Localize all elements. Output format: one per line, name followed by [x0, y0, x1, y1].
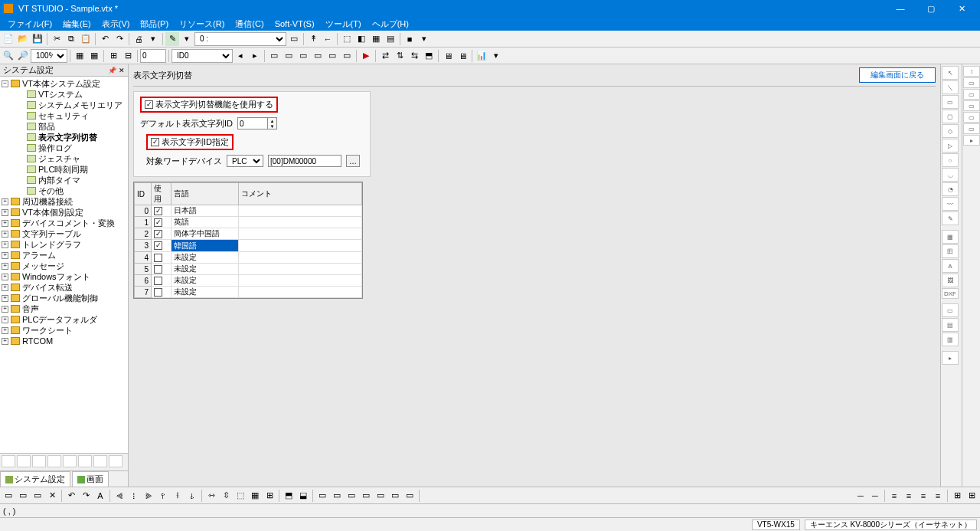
menu-softvt[interactable]: Soft-VT(S): [270, 18, 319, 29]
tree-folder[interactable]: +PLCデータフォルダ: [0, 314, 128, 325]
rt-poly-icon[interactable]: ◇: [942, 124, 959, 138]
bb-al-l-icon[interactable]: ⫷: [113, 489, 126, 503]
tab-system[interactable]: システム設定: [0, 471, 70, 487]
grid-row[interactable]: 6未設定: [135, 275, 362, 287]
tree-item[interactable]: その他: [0, 185, 128, 196]
rt-curve-icon[interactable]: 〰: [942, 197, 959, 211]
bb-z4-icon[interactable]: ≡: [931, 489, 945, 503]
tree[interactable]: − VT本体システム設定 VTシステムシステムメモリエリアセキュリティ部品表示文…: [0, 77, 128, 453]
redo-icon[interactable]: ↷: [113, 32, 126, 46]
row-use-checkbox[interactable]: [154, 277, 162, 285]
rt2-e-icon[interactable]: ▭: [963, 112, 980, 123]
tree-item[interactable]: 表示文字列切替: [0, 132, 128, 143]
bb-x6-icon[interactable]: ▭: [388, 489, 402, 503]
rt2-b-icon[interactable]: ▭: [963, 77, 980, 88]
spin-input[interactable]: [140, 49, 166, 63]
bb-6-icon[interactable]: ↷: [79, 489, 93, 503]
rt2-c-icon[interactable]: ▭: [963, 89, 980, 100]
nav-back-icon[interactable]: ←: [321, 32, 335, 46]
rt-tri-icon[interactable]: ▷: [942, 139, 959, 152]
rt-arc-icon[interactable]: ◡: [942, 168, 959, 182]
bb-2-icon[interactable]: ▭: [16, 489, 30, 503]
row-use-checkbox[interactable]: [154, 218, 162, 227]
paste-icon[interactable]: 📋: [79, 32, 93, 46]
sb-del-icon[interactable]: [47, 455, 61, 467]
tool-d-icon[interactable]: ▤: [384, 32, 397, 46]
bb-x4-icon[interactable]: ▭: [359, 489, 373, 503]
bb-al-m-icon[interactable]: ⫲: [171, 489, 185, 503]
rt-free-icon[interactable]: ✎: [942, 211, 959, 225]
print-icon[interactable]: 🖨: [132, 32, 145, 46]
grid-row[interactable]: 7未設定: [135, 287, 362, 298]
device-input[interactable]: [268, 155, 341, 167]
rt-pointer-icon[interactable]: ↖: [942, 66, 959, 80]
rt-g2-icon[interactable]: ▤: [942, 318, 959, 332]
bb-sz-icon[interactable]: ⬚: [234, 489, 247, 503]
bb-x5-icon[interactable]: ▭: [374, 489, 387, 503]
sb-paste-icon[interactable]: [32, 455, 46, 467]
rt2-a-icon[interactable]: ↕: [963, 66, 980, 77]
menu-parts[interactable]: 部品(P): [136, 18, 173, 31]
color-dd-icon[interactable]: ▾: [417, 32, 431, 46]
bb-x1-icon[interactable]: ▭: [315, 489, 329, 503]
xfer-a-icon[interactable]: ⇄: [378, 49, 392, 63]
bb-x3-icon[interactable]: ▭: [345, 489, 358, 503]
tree-item[interactable]: 部品: [0, 121, 128, 132]
xfer-b-icon[interactable]: ⇅: [393, 49, 407, 63]
tree-folder[interactable]: +文字列テーブル: [0, 228, 128, 239]
t2-f-icon[interactable]: ▭: [340, 49, 354, 63]
pin-icon[interactable]: 📌 ✕: [108, 67, 125, 74]
rt-text-icon[interactable]: A: [942, 259, 959, 273]
new-icon[interactable]: 📄: [2, 32, 15, 46]
tree-folder[interactable]: +デバイスコメント・変換: [0, 218, 128, 228]
rt-line-icon[interactable]: ＼: [942, 80, 959, 94]
tree-folder[interactable]: +RTCOM: [0, 336, 128, 346]
sb-cut-icon[interactable]: [2, 455, 15, 467]
bb-5-icon[interactable]: ↶: [64, 489, 78, 503]
zoom-in-icon[interactable]: 🔍: [2, 49, 15, 63]
print-dd-icon[interactable]: ▾: [146, 32, 160, 46]
plc-select[interactable]: PLC: [227, 155, 263, 167]
menu-help[interactable]: ヘルプ(H): [368, 18, 413, 31]
bb-y2-icon[interactable]: ─: [868, 489, 882, 503]
bb-dist-h-icon[interactable]: ⇿: [204, 489, 218, 503]
mon-b-icon[interactable]: 🖥: [456, 49, 469, 63]
menu-file[interactable]: ファイル(F): [3, 18, 57, 31]
tree-root[interactable]: − VT本体システム設定: [0, 78, 128, 89]
tree-folder[interactable]: +VT本体個別設定: [0, 207, 128, 218]
edit-icon[interactable]: ✎: [165, 32, 179, 46]
rt2-f-icon[interactable]: ▭: [963, 123, 980, 134]
zoom-combo[interactable]: 100%: [31, 49, 67, 63]
tree-folder[interactable]: +デバイス転送: [0, 282, 128, 293]
bb-al-b-icon[interactable]: ⫰: [185, 489, 199, 503]
menu-tool[interactable]: ツール(T): [321, 18, 366, 31]
tree-folder[interactable]: +Windowsフォント: [0, 271, 128, 282]
tree-item[interactable]: ジェスチャ: [0, 153, 128, 164]
tree-folder[interactable]: +音声: [0, 303, 128, 314]
open-icon[interactable]: 📂: [16, 32, 30, 46]
bb-w2-icon[interactable]: ⊞: [965, 489, 978, 503]
tree-item[interactable]: PLC時刻同期: [0, 164, 128, 175]
bb-w1-icon[interactable]: ⊞: [950, 489, 964, 503]
grid-b-icon[interactable]: ▦: [87, 49, 101, 63]
tool-a-icon[interactable]: ⬚: [340, 32, 354, 46]
copy-icon[interactable]: ⧉: [64, 32, 78, 46]
bb-z2-icon[interactable]: ≡: [902, 489, 916, 503]
bb-x7-icon[interactable]: ▭: [403, 489, 416, 503]
id-combo[interactable]: ID0: [172, 49, 233, 63]
rt-more-icon[interactable]: ▸: [942, 351, 959, 365]
t2-d-icon[interactable]: ▭: [311, 49, 325, 63]
grid-row[interactable]: 2簡体字中国語: [135, 228, 362, 240]
sb-g-icon[interactable]: [93, 455, 107, 467]
tree-item[interactable]: VTシステム: [0, 89, 128, 100]
tree-folder[interactable]: +メッセージ: [0, 261, 128, 271]
undo-icon[interactable]: ↶: [98, 32, 112, 46]
grid-row[interactable]: 0日本語: [135, 205, 362, 217]
tree-folder[interactable]: +トレンドグラフ: [0, 239, 128, 250]
row-use-checkbox[interactable]: [154, 207, 162, 215]
bb-1-icon[interactable]: ▭: [2, 489, 15, 503]
tool-b-icon[interactable]: ◧: [354, 32, 368, 46]
device-browse-button[interactable]: …: [346, 155, 360, 167]
bb-4-icon[interactable]: ✕: [45, 489, 59, 503]
chart-icon[interactable]: 📊: [475, 49, 488, 63]
